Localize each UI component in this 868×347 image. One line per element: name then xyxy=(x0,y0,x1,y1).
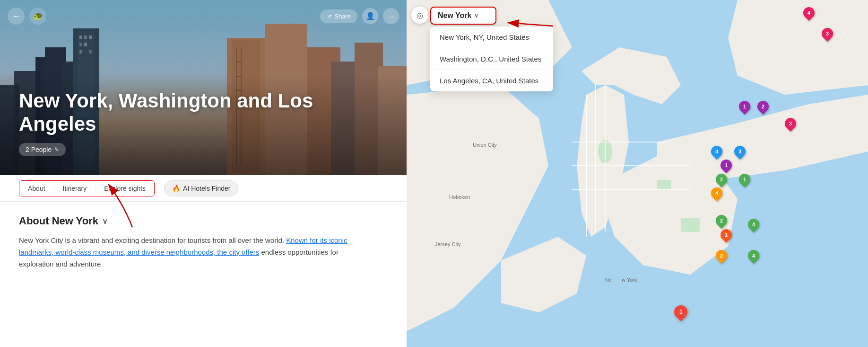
tab-explore-sights[interactable]: Explore sights xyxy=(95,181,154,196)
logo-icon: 🐢 xyxy=(29,8,46,25)
desc-text-1: New York City is a vibrant and exciting … xyxy=(19,236,286,244)
hero-title: New York, Washington and Los Angeles xyxy=(19,89,388,135)
dropdown-item-new-york[interactable]: New York, NY, United States xyxy=(430,27,553,48)
svg-text:Hoboken: Hoboken xyxy=(449,194,470,200)
left-panel: ← 🐢 ↗ Share 👤 ··· New York, Washi xyxy=(0,0,407,347)
hero-action-buttons: ↗ Share 👤 ··· xyxy=(320,8,399,24)
dropdown-trigger[interactable]: New York ∨ xyxy=(430,7,496,25)
more-button[interactable]: ··· xyxy=(383,8,399,24)
tab-about[interactable]: About xyxy=(19,181,54,196)
section-title-text: About New York xyxy=(19,215,98,227)
people-badge[interactable]: 2 People ✎ xyxy=(19,143,66,156)
content-area: About New York ∨ New York City is a vibr… xyxy=(0,202,407,347)
hero-overlay: New York, Washington and Los Angeles 2 P… xyxy=(0,75,407,175)
map-location-button[interactable]: ◎ xyxy=(411,7,428,24)
hero-toolbar: ← 🐢 ↗ Share 👤 ··· xyxy=(8,8,399,25)
dropdown-item-washington[interactable]: Washington, D.C., United States xyxy=(430,48,553,70)
person-icon-button[interactable]: 👤 xyxy=(362,8,378,24)
ai-hotels-button[interactable]: 🔥 AI Hotels Finder xyxy=(164,180,238,196)
ai-icon: 🔥 xyxy=(172,185,180,192)
hero-section: ← 🐢 ↗ Share 👤 ··· New York, Washi xyxy=(0,0,407,175)
share-label: Share xyxy=(334,13,351,20)
logo-emoji: 🐢 xyxy=(33,11,43,21)
people-label: 2 People xyxy=(26,146,52,153)
back-button[interactable]: ← xyxy=(8,8,25,25)
tab-itinerary[interactable]: Itinerary xyxy=(54,181,96,196)
section-title: About New York ∨ xyxy=(19,215,388,227)
share-icon: ↗ xyxy=(327,13,332,20)
section-chevron[interactable]: ∨ xyxy=(102,217,108,226)
svg-text:Ne: Ne xyxy=(605,277,612,283)
dropdown-menu: New York, NY, United States Washington, … xyxy=(430,27,553,91)
tab-group: About Itinerary Explore sights xyxy=(19,180,155,196)
map-dropdown-container: New York ∨ New York, NY, United States W… xyxy=(430,7,496,25)
svg-text:w York: w York xyxy=(621,277,637,283)
section-description: New York City is a vibrant and exciting … xyxy=(19,235,359,270)
dropdown-chevron-icon: ∨ xyxy=(474,12,478,19)
edit-icon: ✎ xyxy=(54,146,59,153)
svg-text:Jersey City: Jersey City xyxy=(435,241,461,247)
more-icon: ··· xyxy=(388,12,394,20)
svg-text:Union City: Union City xyxy=(473,142,497,148)
tabs-wrapper: About Itinerary Explore sights 🔥 AI Hote… xyxy=(0,175,407,202)
location-icon: ◎ xyxy=(417,11,423,20)
person-icon: 👤 xyxy=(366,12,375,20)
right-panel: Union City Hoboken Jersey City Ne w York… xyxy=(407,0,868,347)
tabs-bar: About Itinerary Explore sights 🔥 AI Hote… xyxy=(0,175,407,202)
svg-rect-39 xyxy=(657,180,671,189)
svg-rect-40 xyxy=(681,218,700,232)
share-button[interactable]: ↗ Share xyxy=(320,9,357,23)
dropdown-label: New York xyxy=(438,11,471,20)
ai-label: AI Hotels Finder xyxy=(183,185,230,192)
dropdown-item-los-angeles[interactable]: Los Angeles, CA, United States xyxy=(430,70,553,91)
